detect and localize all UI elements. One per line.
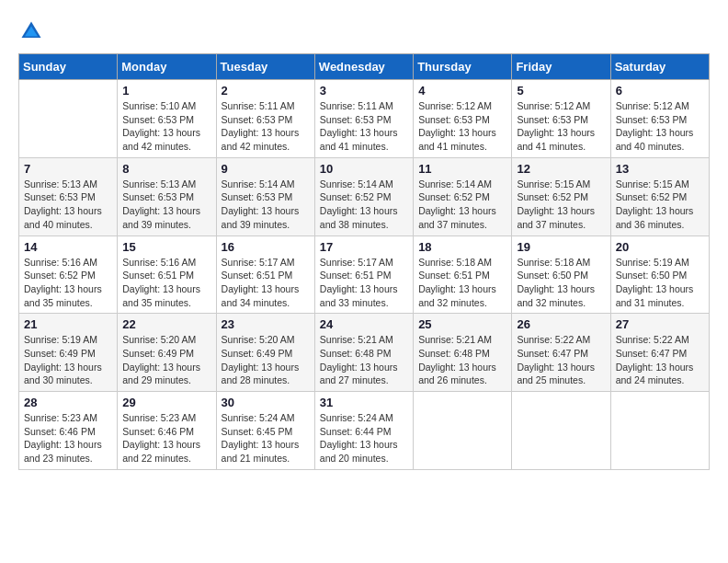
day-info: Sunrise: 5:10 AMSunset: 6:53 PMDaylight:… [122,99,210,154]
day-number: 17 [320,240,408,254]
calendar-cell: 14Sunrise: 5:16 AMSunset: 6:52 PMDayligh… [19,236,118,314]
day-info: Sunrise: 5:21 AMSunset: 6:48 PMDaylight:… [320,333,408,387]
day-info: Sunrise: 5:15 AMSunset: 6:52 PMDaylight:… [517,178,605,232]
calendar-cell: 18Sunrise: 5:18 AMSunset: 6:51 PMDayligh… [414,236,512,314]
day-info: Sunrise: 5:11 AMSunset: 6:53 PMDaylight:… [320,99,408,154]
day-number: 5 [517,84,605,98]
calendar-week-4: 21Sunrise: 5:19 AMSunset: 6:49 PMDayligh… [19,314,710,392]
calendar-header-thursday: Thursday [414,54,512,80]
day-info: Sunrise: 5:18 AMSunset: 6:51 PMDaylight:… [418,256,506,310]
calendar-header-row: SundayMondayTuesdayWednesdayThursdayFrid… [19,54,710,80]
calendar-cell: 1Sunrise: 5:10 AMSunset: 6:53 PMDaylight… [118,80,216,158]
calendar-cell: 20Sunrise: 5:19 AMSunset: 6:50 PMDayligh… [610,236,709,314]
day-number: 29 [122,396,210,409]
day-info: Sunrise: 5:17 AMSunset: 6:51 PMDaylight:… [320,256,408,310]
day-info: Sunrise: 5:21 AMSunset: 6:48 PMDaylight:… [418,333,506,387]
day-number: 24 [320,317,408,331]
calendar-cell: 15Sunrise: 5:16 AMSunset: 6:51 PMDayligh… [118,236,216,314]
day-number: 15 [122,240,210,254]
day-number: 22 [122,317,210,331]
day-info: Sunrise: 5:18 AMSunset: 6:50 PMDaylight:… [517,256,605,310]
day-number: 14 [24,240,112,254]
day-info: Sunrise: 5:14 AMSunset: 6:52 PMDaylight:… [320,178,408,232]
day-number: 2 [222,84,310,98]
day-number: 8 [122,162,210,176]
calendar: SundayMondayTuesdayWednesdayThursdayFrid… [18,53,710,470]
day-info: Sunrise: 5:14 AMSunset: 6:53 PMDaylight:… [222,178,310,232]
calendar-cell: 2Sunrise: 5:11 AMSunset: 6:53 PMDaylight… [216,80,314,158]
day-info: Sunrise: 5:13 AMSunset: 6:53 PMDaylight:… [122,178,210,232]
day-info: Sunrise: 5:23 AMSunset: 6:46 PMDaylight:… [122,411,210,465]
calendar-cell [512,392,610,470]
day-number: 4 [418,84,506,98]
day-info: Sunrise: 5:16 AMSunset: 6:52 PMDaylight:… [24,256,112,310]
calendar-week-2: 7Sunrise: 5:13 AMSunset: 6:53 PMDaylight… [19,157,710,236]
day-info: Sunrise: 5:22 AMSunset: 6:47 PMDaylight:… [616,333,704,387]
day-info: Sunrise: 5:22 AMSunset: 6:47 PMDaylight:… [517,333,605,387]
day-number: 25 [418,317,506,331]
calendar-cell: 7Sunrise: 5:13 AMSunset: 6:53 PMDaylight… [19,157,118,236]
day-number: 1 [122,84,210,98]
calendar-cell: 24Sunrise: 5:21 AMSunset: 6:48 PMDayligh… [314,314,413,392]
day-info: Sunrise: 5:24 AMSunset: 6:45 PMDaylight:… [222,411,310,465]
day-number: 27 [616,317,704,331]
calendar-header-wednesday: Wednesday [314,54,413,80]
day-info: Sunrise: 5:17 AMSunset: 6:51 PMDaylight:… [222,256,310,310]
day-info: Sunrise: 5:20 AMSunset: 6:49 PMDaylight:… [222,333,310,387]
day-number: 23 [222,317,310,331]
calendar-cell: 12Sunrise: 5:15 AMSunset: 6:52 PMDayligh… [512,157,610,236]
day-info: Sunrise: 5:12 AMSunset: 6:53 PMDaylight:… [517,99,605,154]
day-number: 7 [24,162,112,176]
calendar-cell: 5Sunrise: 5:12 AMSunset: 6:53 PMDaylight… [512,80,610,158]
calendar-cell [414,392,512,470]
day-number: 6 [616,84,704,98]
calendar-body: 1Sunrise: 5:10 AMSunset: 6:53 PMDaylight… [19,80,710,470]
day-info: Sunrise: 5:12 AMSunset: 6:53 PMDaylight:… [616,99,704,154]
calendar-cell: 8Sunrise: 5:13 AMSunset: 6:53 PMDaylight… [118,157,216,236]
day-number: 19 [517,240,605,254]
calendar-cell: 9Sunrise: 5:14 AMSunset: 6:53 PMDaylight… [216,157,314,236]
calendar-header-tuesday: Tuesday [216,54,314,80]
day-info: Sunrise: 5:19 AMSunset: 6:49 PMDaylight:… [24,333,112,387]
day-info: Sunrise: 5:11 AMSunset: 6:53 PMDaylight:… [222,99,310,154]
calendar-week-5: 28Sunrise: 5:23 AMSunset: 6:46 PMDayligh… [19,392,710,470]
day-number: 13 [616,162,704,176]
calendar-cell: 19Sunrise: 5:18 AMSunset: 6:50 PMDayligh… [512,236,610,314]
logo-icon [18,18,44,44]
calendar-cell: 16Sunrise: 5:17 AMSunset: 6:51 PMDayligh… [216,236,314,314]
calendar-cell: 25Sunrise: 5:21 AMSunset: 6:48 PMDayligh… [414,314,512,392]
calendar-cell: 10Sunrise: 5:14 AMSunset: 6:52 PMDayligh… [314,157,413,236]
calendar-header-friday: Friday [512,54,610,80]
day-number: 16 [222,240,310,254]
page-header [18,18,710,44]
day-number: 30 [222,396,310,409]
day-number: 20 [616,240,704,254]
day-number: 28 [24,396,112,409]
calendar-cell: 27Sunrise: 5:22 AMSunset: 6:47 PMDayligh… [610,314,709,392]
calendar-cell: 30Sunrise: 5:24 AMSunset: 6:45 PMDayligh… [216,392,314,470]
day-info: Sunrise: 5:13 AMSunset: 6:53 PMDaylight:… [24,178,112,232]
day-info: Sunrise: 5:19 AMSunset: 6:50 PMDaylight:… [616,256,704,310]
day-number: 21 [24,317,112,331]
calendar-week-1: 1Sunrise: 5:10 AMSunset: 6:53 PMDaylight… [19,80,710,158]
calendar-cell: 13Sunrise: 5:15 AMSunset: 6:52 PMDayligh… [610,157,709,236]
calendar-cell: 29Sunrise: 5:23 AMSunset: 6:46 PMDayligh… [118,392,216,470]
day-info: Sunrise: 5:20 AMSunset: 6:49 PMDaylight:… [122,333,210,387]
calendar-cell: 28Sunrise: 5:23 AMSunset: 6:46 PMDayligh… [19,392,118,470]
calendar-cell: 3Sunrise: 5:11 AMSunset: 6:53 PMDaylight… [314,80,413,158]
day-number: 18 [418,240,506,254]
day-info: Sunrise: 5:23 AMSunset: 6:46 PMDaylight:… [24,411,112,465]
calendar-cell: 22Sunrise: 5:20 AMSunset: 6:49 PMDayligh… [118,314,216,392]
calendar-header-sunday: Sunday [19,54,118,80]
day-info: Sunrise: 5:12 AMSunset: 6:53 PMDaylight:… [418,99,506,154]
calendar-header-monday: Monday [118,54,216,80]
day-number: 10 [320,162,408,176]
day-number: 31 [320,396,408,409]
calendar-cell: 17Sunrise: 5:17 AMSunset: 6:51 PMDayligh… [314,236,413,314]
calendar-cell: 11Sunrise: 5:14 AMSunset: 6:52 PMDayligh… [414,157,512,236]
day-number: 9 [222,162,310,176]
day-info: Sunrise: 5:15 AMSunset: 6:52 PMDaylight:… [616,178,704,232]
calendar-cell: 6Sunrise: 5:12 AMSunset: 6:53 PMDaylight… [610,80,709,158]
day-info: Sunrise: 5:14 AMSunset: 6:52 PMDaylight:… [418,178,506,232]
calendar-week-3: 14Sunrise: 5:16 AMSunset: 6:52 PMDayligh… [19,236,710,314]
